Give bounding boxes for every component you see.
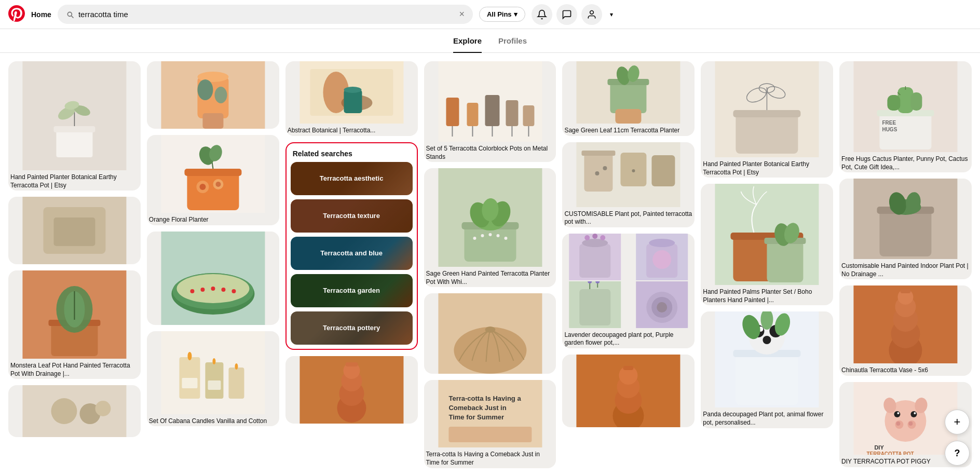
svg-point-195 (894, 411, 900, 417)
related-search-item-blue[interactable]: Terracotta and blue (291, 237, 413, 270)
svg-rect-73 (485, 95, 499, 126)
related-search-label: Terracotta texture (323, 212, 380, 220)
pin-caption: Hand Painted Planter Botanical Earthy Te… (701, 157, 833, 178)
pin-card[interactable]: Abstract Botanical | Terracotta... (285, 61, 418, 136)
svg-rect-69 (446, 98, 459, 126)
pin-card[interactable]: Sage Green Hand Painted Terracotta Plant… (424, 168, 556, 287)
pin-caption: Abstract Botanical | Terracotta... (285, 124, 418, 136)
svg-rect-154 (736, 353, 798, 405)
svg-rect-114 (580, 244, 611, 278)
pin-caption: Sage Green Leaf 11cm Terracotta Planter (562, 124, 695, 136)
pin-card[interactable]: Set Of Cabana Candles Vanilla and Cotton (147, 331, 279, 427)
pin-card[interactable] (285, 356, 418, 424)
search-icon (66, 10, 74, 19)
svg-point-115 (582, 239, 608, 247)
pin-card[interactable]: Set of 5 Terracotta Colorblock Pots on M… (424, 61, 556, 162)
main-content: Hand Painted Planter Botanical Earthy Te… (0, 53, 980, 476)
pin-card[interactable] (424, 293, 556, 374)
pinterest-logo[interactable] (8, 5, 25, 24)
all-pins-button[interactable]: All Pins ▾ (479, 7, 525, 22)
svg-point-24 (214, 87, 227, 103)
pin-card[interactable]: FREE HUGS Free Hugs Cactus Planter, Punn… (839, 61, 972, 172)
svg-rect-109 (652, 155, 675, 186)
pin-card[interactable]: Panda decoupaged Plant pot, animal flowe… (701, 311, 833, 428)
svg-text:TERRACOTTA POT: TERRACOTTA POT (866, 451, 914, 455)
svg-point-117 (593, 234, 598, 239)
messages-button[interactable] (556, 4, 577, 25)
chevron-down-button[interactable]: ▾ (606, 4, 617, 25)
tab-explore[interactable]: Explore (453, 34, 482, 47)
svg-text:Terra-cotta Is Having a: Terra-cotta Is Having a (448, 395, 521, 402)
svg-point-110 (595, 171, 600, 175)
pin-caption: Orange Floral Planter (147, 213, 279, 225)
svg-rect-27 (187, 171, 239, 210)
svg-rect-140 (736, 113, 798, 154)
svg-rect-53 (208, 380, 221, 390)
notifications-button[interactable] (532, 4, 552, 25)
svg-rect-98 (448, 427, 532, 442)
pin-card[interactable]: Orange Floral Planter (147, 135, 279, 225)
related-search-item-pottery[interactable]: Terracotta pottery (291, 311, 413, 345)
pin-card[interactable]: Hand Painted Palms Planter Set / Boho Pl… (701, 184, 833, 305)
pin-caption: Terra-cotta Is Having a Comeback Just in… (424, 447, 556, 468)
svg-rect-80 (464, 225, 516, 262)
svg-rect-9 (53, 217, 95, 246)
column-2: Orange Floral Planter (147, 61, 279, 426)
pin-card[interactable]: Sage Green Leaf 11cm Terracotta Planter (562, 61, 695, 136)
related-search-label: Terracotta garden (323, 287, 380, 294)
svg-rect-48 (228, 368, 244, 399)
pin-card[interactable]: Hand Painted Planter Botanical Earthy Te… (701, 61, 833, 178)
svg-rect-138 (623, 366, 634, 370)
pin-card[interactable] (147, 61, 279, 129)
svg-point-17 (51, 398, 77, 424)
svg-point-112 (632, 169, 635, 172)
pin-card-grid[interactable]: Lavender decoupaged plant pot, Purple ga… (562, 234, 695, 348)
svg-point-32 (215, 182, 221, 187)
search-input[interactable] (78, 10, 455, 19)
pin-card[interactable]: Terra-cotta Is Having a Comeback Just in… (424, 380, 556, 468)
search-bar: × (58, 5, 473, 24)
search-clear-icon[interactable]: × (459, 9, 465, 20)
svg-rect-149 (767, 241, 804, 282)
home-link[interactable]: Home (31, 10, 51, 19)
pin-card[interactable] (8, 197, 141, 264)
svg-point-197 (897, 412, 899, 414)
svg-point-121 (649, 239, 675, 247)
zoom-plus-button[interactable]: + (945, 410, 970, 434)
related-search-item-aesthetic[interactable]: Terracotta aesthetic (291, 162, 413, 195)
pin-card[interactable]: Chinautla Terracotta Vase - 5x6 (839, 285, 972, 376)
tab-profiles[interactable]: Profiles (498, 34, 527, 47)
svg-rect-107 (582, 151, 616, 156)
pin-card[interactable]: Monstera Leaf Pot Hand Painted Terracott… (8, 270, 141, 379)
pin-card[interactable]: Hand Painted Planter Botanical Earthy Te… (8, 61, 141, 191)
pin-card[interactable]: CUSTOMISABLE Plant pot, Painted terracot… (562, 142, 695, 227)
svg-point-30 (199, 184, 206, 190)
pin-caption: Hand Painted Palms Planter Set / Boho Pl… (701, 285, 833, 305)
pin-card[interactable] (562, 355, 695, 427)
svg-point-159 (763, 336, 771, 344)
svg-rect-176 (879, 210, 931, 256)
pin-card[interactable] (147, 232, 279, 325)
svg-text:HUGS: HUGS (882, 127, 897, 132)
column-6: Hand Painted Planter Botanical Earthy Te… (701, 61, 833, 428)
header-icons: ▾ (532, 4, 617, 25)
profile-button[interactable] (581, 4, 602, 25)
pin-caption: Free Hugs Cactus Planter, Punny Pot, Cac… (839, 152, 972, 172)
svg-text:FREE: FREE (882, 120, 896, 126)
svg-point-90 (504, 237, 507, 240)
pin-caption: Chinautla Terracotta Vase - 5x6 (839, 363, 972, 376)
pin-card[interactable] (8, 385, 141, 437)
svg-point-49 (187, 352, 192, 360)
pin-caption: Set of 5 Terracotta Colorblock Pots on M… (424, 142, 556, 162)
pin-caption: Hand Painted Planter Botanical Earthy Te… (8, 170, 141, 191)
pin-caption: Monstera Leaf Pot Hand Painted Terracott… (8, 359, 141, 379)
svg-rect-71 (467, 103, 478, 126)
related-search-item-garden[interactable]: Terracotta garden (291, 274, 413, 307)
pin-caption: Panda decoupaged Plant pot, animal flowe… (701, 407, 833, 428)
pin-card[interactable]: Customisable Hand Painted Indoor Plant P… (839, 179, 972, 279)
related-search-item-texture[interactable]: Terracotta texture (291, 199, 413, 233)
help-button[interactable]: ? (945, 441, 970, 466)
svg-point-116 (585, 235, 590, 240)
column-3: Abstract Botanical | Terracotta... Relat… (285, 61, 418, 424)
svg-point-41 (200, 288, 205, 292)
